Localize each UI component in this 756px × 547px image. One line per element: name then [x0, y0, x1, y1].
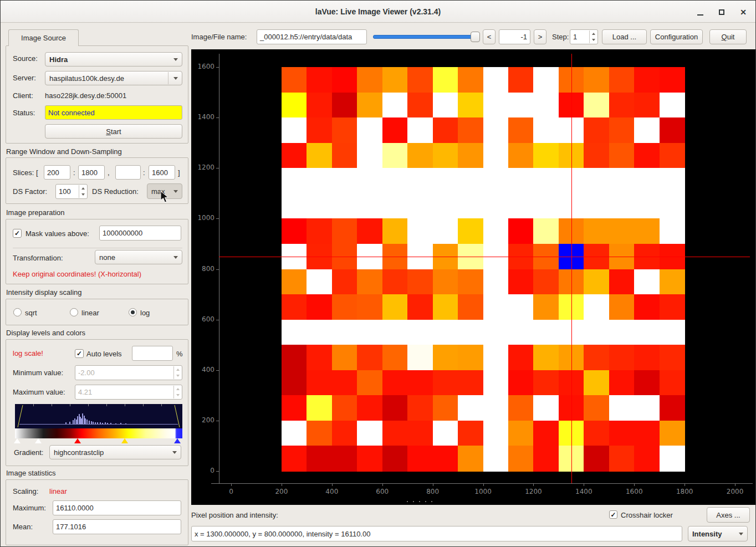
heatmap-cell	[382, 294, 408, 320]
y-tick-label: 1200	[191, 163, 214, 171]
heatmap-cell	[533, 370, 559, 396]
heatmap-cell	[382, 395, 408, 421]
heatmap-cell	[282, 294, 307, 320]
heatmap-cell	[433, 93, 458, 118]
spin-up-icon[interactable]	[592, 33, 595, 35]
levels-histogram[interactable]	[15, 404, 182, 444]
start-button[interactable]: Start	[45, 124, 182, 139]
status-label: Status:	[13, 109, 35, 117]
heatmap-cell	[660, 294, 685, 320]
splitter-handle[interactable]	[407, 501, 435, 503]
prev-frame-button[interactable]: <	[483, 29, 496, 44]
heatmap-cell	[357, 320, 382, 345]
frame-number-input[interactable]: -1	[499, 29, 530, 44]
transformation-select[interactable]: none	[95, 250, 182, 264]
heatmap-cell	[634, 143, 660, 168]
heatmap-cell	[508, 93, 534, 118]
range-section-title: Range Window and Down-Sampling	[6, 147, 122, 156]
next-frame-button[interactable]: >	[534, 29, 546, 44]
server-select[interactable]: haspilatus100k.desy.de	[45, 71, 182, 85]
x-tick-label: 1800	[673, 488, 696, 495]
heatmap-cell	[483, 218, 509, 244]
slice-y1-input[interactable]	[115, 165, 141, 180]
histogram-range-handles[interactable]	[15, 404, 182, 428]
auto-percent-input[interactable]	[132, 346, 173, 361]
auto-levels-checkbox[interactable]: ✓	[75, 349, 84, 358]
heatmap-cell	[508, 320, 534, 345]
heatmap-cell	[508, 269, 534, 295]
gradient-marker[interactable]	[74, 438, 81, 443]
heatmap-cell	[609, 93, 635, 118]
gradient-select[interactable]: highcontrastclip	[49, 445, 181, 459]
heatmap-cell	[458, 294, 483, 320]
gradient-marker[interactable]	[14, 438, 21, 443]
gradient-bar[interactable]	[15, 428, 182, 438]
heatmap-cell	[609, 320, 635, 345]
spin-down-icon[interactable]	[592, 39, 595, 41]
spinner[interactable]	[589, 30, 597, 43]
transformation-value: none	[99, 253, 115, 262]
file-name-input[interactable]: _000012.h5://entry/data/data	[257, 29, 367, 44]
gradient-marker[interactable]	[174, 438, 181, 443]
maximize-icon[interactable]	[714, 5, 729, 19]
min-value-input[interactable]: -2.00	[75, 365, 182, 380]
slice-x1-input[interactable]: 200	[44, 165, 70, 180]
heatmap-cell	[533, 168, 559, 193]
crosshair-locker-checkbox[interactable]: ✓	[609, 510, 617, 519]
close-icon[interactable]: ✕	[736, 5, 750, 19]
heatmap-cell	[458, 345, 483, 370]
heatmap-cell	[634, 395, 660, 421]
radio-linear[interactable]	[70, 308, 78, 316]
mask-value-input[interactable]: 1000000000	[99, 226, 181, 241]
ds-factor-input[interactable]: 100	[55, 184, 88, 199]
step-input[interactable]: 1	[570, 29, 598, 44]
heatmap-cell	[433, 446, 458, 471]
radio-linear-label: linear	[81, 309, 99, 318]
gradient-marker[interactable]	[121, 438, 128, 443]
quit-button[interactable]: Quit	[709, 29, 747, 44]
heatmap-cell	[660, 421, 685, 446]
spin-down-icon[interactable]	[81, 193, 85, 196]
mask-checkbox[interactable]: ✓	[13, 229, 22, 238]
gradient-marker[interactable]	[35, 438, 42, 443]
source-select[interactable]: Hidra	[45, 52, 182, 67]
percent-sign: %	[176, 350, 183, 359]
divider	[13, 248, 182, 248]
slice-x2-input[interactable]: 1800	[78, 165, 105, 180]
heatmap-cell	[584, 218, 609, 244]
spin-up-icon[interactable]	[81, 187, 85, 190]
slice-y2-input[interactable]: 1600	[149, 165, 175, 180]
minimize-icon[interactable]	[693, 5, 707, 19]
max-value-label: Maximum value:	[13, 388, 65, 397]
x-tick-label: 600	[371, 488, 394, 495]
radio-sqrt[interactable]	[13, 308, 22, 316]
y-axis-tick	[216, 218, 219, 219]
step-label: Step:	[552, 33, 569, 42]
image-plot-canvas[interactable]: 0200400600800100012001400160018002000020…	[191, 49, 756, 505]
heatmap-cell	[307, 370, 332, 396]
heatmap-cell	[584, 193, 609, 219]
crosshair-hline[interactable]	[219, 257, 750, 257]
load-button[interactable]: Load ...	[602, 29, 647, 44]
heatmap-cell	[357, 67, 382, 93]
frame-slider-handle[interactable]	[471, 32, 480, 42]
heatmap-cell	[584, 67, 609, 93]
heatmap-cell	[458, 446, 483, 471]
heatmap-cell	[433, 168, 458, 193]
heatmap-cell	[483, 93, 509, 118]
heatmap-cell	[483, 345, 509, 370]
heatmap-cell	[533, 294, 559, 320]
axes-button[interactable]: Axes ...	[707, 507, 750, 523]
frame-slider[interactable]	[373, 35, 480, 39]
y-axis-tick	[216, 370, 219, 371]
configuration-button[interactable]: Configuration	[650, 29, 703, 44]
tab-image-source[interactable]: Image Source	[8, 29, 79, 46]
heatmap-cell	[407, 117, 433, 143]
spinner[interactable]	[79, 185, 86, 198]
max-value-input[interactable]: 4.21	[75, 385, 182, 400]
radio-log[interactable]	[129, 308, 137, 316]
display-mode-select[interactable]: Intensity	[688, 526, 748, 541]
crosshair-vline[interactable]	[571, 54, 572, 483]
heatmap-cell	[382, 117, 408, 143]
heatmap-cell	[433, 294, 458, 320]
